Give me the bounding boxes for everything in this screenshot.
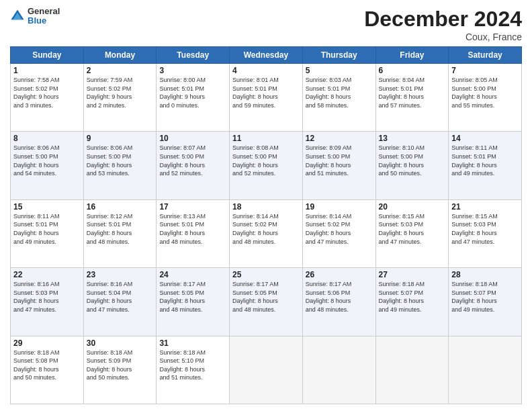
day-info: Sunrise: 8:01 AMSunset: 5:01 PMDaylight:… — [232, 76, 300, 109]
calendar-week-row: 15Sunrise: 8:11 AMSunset: 5:01 PMDayligh… — [11, 199, 522, 267]
day-info: Sunrise: 8:11 AMSunset: 5:01 PMDaylight:… — [451, 144, 519, 177]
day-number: 5 — [306, 66, 373, 75]
day-number: 1 — [13, 66, 81, 75]
day-number: 18 — [232, 202, 300, 212]
calendar-day: 26Sunrise: 8:17 AMSunset: 5:06 PMDayligh… — [302, 268, 375, 336]
day-info: Sunrise: 8:17 AMSunset: 5:06 PMDaylight:… — [306, 280, 373, 314]
calendar-day: 14Sunrise: 8:11 AMSunset: 5:01 PMDayligh… — [449, 132, 522, 199]
day-info: Sunrise: 8:18 AMSunset: 5:07 PMDaylight:… — [451, 280, 519, 314]
calendar-day: 22Sunrise: 8:16 AMSunset: 5:03 PMDayligh… — [11, 268, 84, 336]
day-info: Sunrise: 8:07 AMSunset: 5:00 PMDaylight:… — [159, 144, 226, 177]
logo-text: General Blue — [28, 7, 60, 26]
weekday-header: Monday — [83, 47, 157, 64]
calendar-day: 9Sunrise: 8:06 AMSunset: 5:00 PMDaylight… — [83, 132, 157, 199]
calendar-week-row: 29Sunrise: 8:18 AMSunset: 5:08 PMDayligh… — [11, 336, 522, 404]
day-number: 9 — [87, 134, 154, 143]
day-info: Sunrise: 8:06 AMSunset: 5:00 PMDaylight:… — [13, 144, 81, 177]
calendar-day — [375, 336, 449, 404]
header: General Blue December 2024 Coux, France — [10, 7, 522, 42]
calendar-day: 1Sunrise: 7:58 AMSunset: 5:02 PMDaylight… — [11, 64, 84, 132]
day-number: 17 — [159, 202, 226, 212]
calendar-day — [449, 336, 522, 404]
day-number: 16 — [87, 202, 154, 212]
calendar-day: 6Sunrise: 8:04 AMSunset: 5:01 PMDaylight… — [375, 64, 449, 132]
calendar-day: 18Sunrise: 8:14 AMSunset: 5:02 PMDayligh… — [230, 199, 303, 267]
day-number: 4 — [232, 66, 300, 75]
page-title: December 2024 — [364, 7, 522, 32]
weekday-header: Friday — [375, 47, 449, 64]
day-info: Sunrise: 8:04 AMSunset: 5:01 PMDaylight:… — [379, 76, 446, 109]
day-info: Sunrise: 8:09 AMSunset: 5:00 PMDaylight:… — [306, 144, 373, 177]
day-info: Sunrise: 8:12 AMSunset: 5:01 PMDaylight:… — [87, 212, 154, 246]
page-subtitle: Coux, France — [364, 32, 522, 42]
calendar-day: 21Sunrise: 8:15 AMSunset: 5:03 PMDayligh… — [449, 199, 522, 267]
page: General Blue December 2024 Coux, France … — [0, 0, 532, 411]
day-number: 28 — [451, 270, 519, 279]
day-info: Sunrise: 8:16 AMSunset: 5:04 PMDaylight:… — [87, 280, 154, 314]
weekday-header: Wednesday — [230, 47, 303, 64]
day-number: 21 — [451, 202, 519, 212]
day-number: 23 — [87, 270, 154, 279]
calendar-day: 5Sunrise: 8:03 AMSunset: 5:01 PMDaylight… — [302, 64, 375, 132]
logo: General Blue — [10, 7, 60, 26]
calendar-day: 31Sunrise: 8:18 AMSunset: 5:10 PMDayligh… — [157, 336, 230, 404]
day-info: Sunrise: 8:13 AMSunset: 5:01 PMDaylight:… — [159, 212, 226, 246]
calendar-header-row: SundayMondayTuesdayWednesdayThursdayFrid… — [11, 47, 522, 64]
day-info: Sunrise: 8:00 AMSunset: 5:01 PMDaylight:… — [159, 76, 226, 109]
day-number: 13 — [379, 134, 446, 143]
day-info: Sunrise: 8:17 AMSunset: 5:05 PMDaylight:… — [232, 280, 300, 314]
weekday-header: Sunday — [11, 47, 84, 64]
day-info: Sunrise: 8:15 AMSunset: 5:03 PMDaylight:… — [451, 212, 519, 246]
calendar-day: 7Sunrise: 8:05 AMSunset: 5:00 PMDaylight… — [449, 64, 522, 132]
day-number: 27 — [379, 270, 446, 279]
day-number: 24 — [159, 270, 226, 279]
day-number: 29 — [13, 338, 81, 348]
title-area: December 2024 Coux, France — [364, 7, 522, 42]
weekday-header: Tuesday — [157, 47, 230, 64]
calendar-day: 8Sunrise: 8:06 AMSunset: 5:00 PMDaylight… — [11, 132, 84, 199]
day-number: 10 — [159, 134, 226, 143]
day-number: 7 — [451, 66, 519, 75]
day-info: Sunrise: 7:59 AMSunset: 5:02 PMDaylight:… — [87, 76, 154, 109]
calendar-day: 11Sunrise: 8:08 AMSunset: 5:00 PMDayligh… — [230, 132, 303, 199]
calendar-day: 20Sunrise: 8:15 AMSunset: 5:03 PMDayligh… — [375, 199, 449, 267]
day-number: 6 — [379, 66, 446, 75]
calendar-day: 10Sunrise: 8:07 AMSunset: 5:00 PMDayligh… — [157, 132, 230, 199]
day-info: Sunrise: 8:16 AMSunset: 5:03 PMDaylight:… — [13, 280, 81, 314]
day-number: 30 — [87, 338, 154, 348]
day-info: Sunrise: 8:05 AMSunset: 5:00 PMDaylight:… — [451, 76, 519, 109]
day-number: 22 — [13, 270, 81, 279]
calendar-day: 15Sunrise: 8:11 AMSunset: 5:01 PMDayligh… — [11, 199, 84, 267]
day-info: Sunrise: 8:03 AMSunset: 5:01 PMDaylight:… — [306, 76, 373, 109]
calendar: SundayMondayTuesdayWednesdayThursdayFrid… — [10, 46, 522, 404]
day-number: 12 — [306, 134, 373, 143]
day-number: 25 — [232, 270, 300, 279]
day-number: 3 — [159, 66, 226, 75]
weekday-header: Thursday — [302, 47, 375, 64]
day-info: Sunrise: 8:15 AMSunset: 5:03 PMDaylight:… — [379, 212, 446, 246]
logo-general: General — [28, 7, 60, 16]
day-info: Sunrise: 8:18 AMSunset: 5:08 PMDaylight:… — [13, 349, 81, 382]
day-info: Sunrise: 8:10 AMSunset: 5:00 PMDaylight:… — [379, 144, 446, 177]
calendar-day: 19Sunrise: 8:14 AMSunset: 5:02 PMDayligh… — [302, 199, 375, 267]
day-info: Sunrise: 8:18 AMSunset: 5:07 PMDaylight:… — [379, 280, 446, 314]
calendar-day: 24Sunrise: 8:17 AMSunset: 5:05 PMDayligh… — [157, 268, 230, 336]
calendar-day: 16Sunrise: 8:12 AMSunset: 5:01 PMDayligh… — [83, 199, 157, 267]
calendar-day: 30Sunrise: 8:18 AMSunset: 5:09 PMDayligh… — [83, 336, 157, 404]
calendar-day — [302, 336, 375, 404]
day-number: 2 — [87, 66, 154, 75]
day-info: Sunrise: 8:11 AMSunset: 5:01 PMDaylight:… — [13, 212, 81, 246]
day-info: Sunrise: 8:18 AMSunset: 5:09 PMDaylight:… — [87, 349, 154, 382]
logo-blue: Blue — [28, 16, 60, 26]
day-info: Sunrise: 8:06 AMSunset: 5:00 PMDaylight:… — [87, 144, 154, 177]
calendar-day: 3Sunrise: 8:00 AMSunset: 5:01 PMDaylight… — [157, 64, 230, 132]
calendar-day: 13Sunrise: 8:10 AMSunset: 5:00 PMDayligh… — [375, 132, 449, 199]
calendar-day: 28Sunrise: 8:18 AMSunset: 5:07 PMDayligh… — [449, 268, 522, 336]
calendar-day: 4Sunrise: 8:01 AMSunset: 5:01 PMDaylight… — [230, 64, 303, 132]
day-info: Sunrise: 8:14 AMSunset: 5:02 PMDaylight:… — [306, 212, 373, 246]
day-number: 11 — [232, 134, 300, 143]
day-number: 8 — [13, 134, 81, 143]
calendar-day: 27Sunrise: 8:18 AMSunset: 5:07 PMDayligh… — [375, 268, 449, 336]
day-number: 31 — [159, 338, 226, 348]
calendar-day: 2Sunrise: 7:59 AMSunset: 5:02 PMDaylight… — [83, 64, 157, 132]
